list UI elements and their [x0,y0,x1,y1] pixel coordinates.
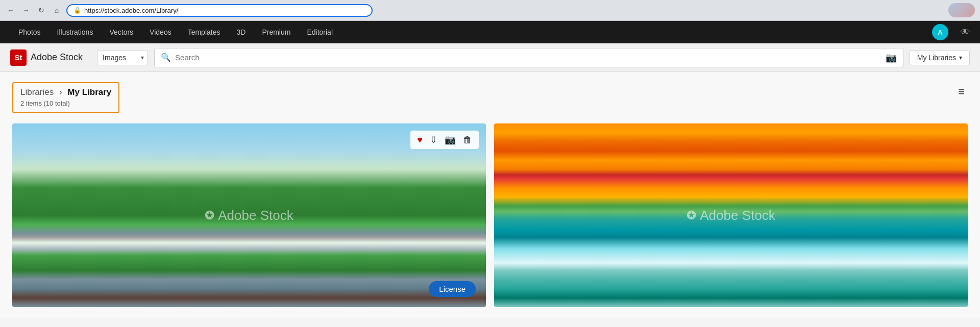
heart-button-mountain[interactable]: ♥ [414,133,425,147]
page-header: Libraries › My Library 2 items (10 total… [12,82,968,113]
item-count: 2 items (10 total) [20,99,111,107]
search-type-wrapper[interactable]: Images Videos Templates 3D Editorial [97,50,148,65]
nav-item-vectors[interactable]: Vectors [101,21,141,43]
adobe-stock-logo: St Adobe Stock [10,49,83,66]
breadcrumb-libraries-link[interactable]: Libraries [20,87,54,97]
nav-item-videos[interactable]: Videos [141,21,180,43]
refresh-button[interactable]: ↻ [36,5,47,16]
my-libraries-button[interactable]: My Libraries [910,50,970,65]
nav-right-section: A 👁 [932,24,970,40]
camera-search-icon[interactable]: 📷 [886,52,897,63]
user-initial: A [938,29,942,36]
camera-button-mountain[interactable]: 📷 [442,133,458,147]
browser-chrome: ← → ↻ ⌂ 🔒 https://stock.adobe.com/Librar… [0,0,980,21]
home-button[interactable]: ⌂ [51,5,62,16]
breadcrumb-current: My Library [67,87,111,97]
image-grid: ✪ Adobe Stock ♥ ⇓ 📷 🗑 License [12,123,968,307]
license-badge-mountain[interactable]: License [429,281,476,297]
user-avatar-browser [948,3,975,17]
download-button-mountain[interactable]: ⇓ [427,133,440,147]
adobe-stock-text: Adobe Stock [31,52,83,63]
user-avatar-circle[interactable]: A [932,24,948,40]
adobe-top-nav: Photos Illustrations Vectors Videos Temp… [0,21,980,43]
nav-item-illustrations[interactable]: Illustrations [49,21,102,43]
browser-right [948,3,975,17]
address-bar[interactable]: 🔒 https://stock.adobe.com/Library/ [66,4,373,17]
url-text: https://stock.adobe.com/Library/ [84,7,178,14]
search-bar-row: St Adobe Stock Images Videos Templates 3… [0,43,980,72]
watermark-waterfall: ✪ Adobe Stock [687,208,775,223]
image-card-mountain: ✪ Adobe Stock ♥ ⇓ 📷 🗑 License [12,123,486,307]
image-card-waterfall: ✪ Adobe Stock [494,123,968,307]
breadcrumb: Libraries › My Library [20,87,111,97]
main-content: Libraries › My Library 2 items (10 total… [0,72,980,317]
nav-item-photos[interactable]: Photos [10,21,49,43]
breadcrumb-section: Libraries › My Library 2 items (10 total… [12,82,119,113]
forward-button[interactable]: → [20,5,32,16]
nav-item-templates[interactable]: Templates [180,21,229,43]
eye-icon-button[interactable]: 👁 [961,27,970,38]
card-overlay-actions-mountain: ♥ ⇓ 📷 🗑 [410,131,479,149]
search-input-wrapper[interactable]: 🔍 📷 [154,48,903,67]
trash-button-mountain[interactable]: 🗑 [460,133,475,147]
watermark-mountain: ✪ Adobe Stock [205,208,293,223]
search-input[interactable] [175,53,881,62]
menu-icon-button[interactable]: ≡ [955,82,968,102]
search-type-select[interactable]: Images Videos Templates 3D Editorial [97,50,148,65]
nav-item-editorial[interactable]: Editorial [299,21,341,43]
nav-item-3d[interactable]: 3D [228,21,254,43]
breadcrumb-separator: › [59,87,62,97]
nav-item-premium[interactable]: Premium [254,21,299,43]
lock-icon: 🔒 [74,7,81,14]
search-magnifier-icon: 🔍 [161,53,171,62]
back-button[interactable]: ← [5,5,16,16]
st-badge: St [10,49,27,66]
